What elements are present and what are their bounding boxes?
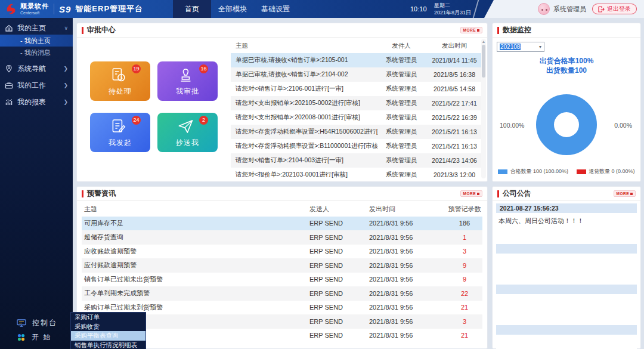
sidebar-subitem-我的主页[interactable]: - 我的主页 (0, 35, 73, 47)
approval-time: 2021/6/5 14:58 (425, 85, 484, 92)
logout-button[interactable]: 退出登录 (592, 4, 637, 14)
approval-subject: 请您对<存货浮动耗损率设置>:B11000001进行[审核] (231, 142, 377, 150)
more-label: MORE (463, 28, 476, 32)
ship-qty: 出货数量100 (493, 66, 640, 75)
approval-time: 2021/5/21 16:13 (425, 128, 484, 135)
period-select[interactable]: 202108 ▾ (497, 42, 544, 52)
scrollbar[interactable]: ▲ (481, 39, 486, 178)
chevron-down-icon: ∨ (64, 25, 68, 31)
product-title: 智能ERP管理平台 (75, 4, 143, 14)
approval-row[interactable]: 请您对<销售订单>:2106-001进行[一审]系统管理员2021/6/5 14… (231, 82, 484, 96)
start-icon (17, 333, 26, 342)
approval-sender: 系统管理员 (377, 142, 425, 150)
approval-row[interactable]: 请您对<支出报销单>:202105-0002进行[审核]系统管理员2021/5/… (231, 96, 484, 110)
announcement-date (496, 244, 637, 254)
alert-row[interactable]: 超储存货查询ERP SEND2021/8/31 9:561 (82, 230, 482, 245)
approval-sender: 系统管理员 (377, 156, 425, 165)
more-label: MORE (463, 192, 476, 196)
approval-row[interactable]: 请您对<存货浮动耗损率设置>:B11000001进行[审核]系统管理员2021/… (231, 139, 484, 153)
alert-count: 21 (447, 304, 482, 311)
alert-row[interactable]: 工令单到期未完成预警ERP SEND2021/8/31 9:5622 (82, 286, 482, 301)
announcement-entry[interactable]: 2021-08-27 15:56:23本周六、周日公司活动！！！ (496, 203, 637, 239)
date-block: 星期二 2021年8月31日 (434, 2, 471, 16)
start-menu-item[interactable]: 采购收货 (71, 322, 145, 332)
more-icon (477, 193, 479, 195)
sidebar-footer-label: 控制台 (32, 318, 57, 328)
column-header: 发送人 (309, 205, 369, 214)
announcements-panel: 公司公告 MORE 2021-08-27 15:56:23本周六、周日公司活动！… (492, 186, 641, 349)
sidebar-item-我的主页[interactable]: 我的主页∨ (0, 21, 73, 35)
tile-我发起[interactable]: 我发起24 (90, 113, 150, 152)
sidebar-item-label: 我的报表 (17, 97, 63, 107)
more-button[interactable]: MORE (614, 190, 636, 197)
date: 2021年8月31日 (434, 9, 471, 16)
tile-待处理[interactable]: 待处理19 (90, 61, 150, 101)
alert-sender: ERP SEND (309, 220, 369, 227)
announcements-title: 公司公告 (503, 189, 614, 199)
briefcase-icon (5, 81, 13, 89)
approval-subject: 单据已审核,请接收<销售订单>:2104-002 (231, 70, 377, 79)
sidebar-item-系统导航[interactable]: 系统导航❯ (0, 62, 73, 75)
chart-legend: 合格数量 100 (100.00%)退货数量 0 (0.00%) (493, 168, 640, 175)
avatar[interactable] (538, 3, 550, 15)
alert-row[interactable]: 销售订单已过期未出货预警ERP SEND2021/8/31 9:569 (82, 273, 482, 287)
alert-sender: ERP SEND (309, 262, 369, 269)
approval-subject: 请您对<报价单>:202103-0001进行[审核] (231, 171, 377, 179)
alert-time: 2021/8/31 9:56 (369, 290, 447, 297)
alert-subject: 采购订单已过期未到货预警 (82, 303, 309, 312)
approval-row[interactable]: 请您对<存货浮动耗损率设置>:H54R15006002进行[审核]系统管理员20… (231, 125, 484, 139)
approval-row[interactable]: 单据已审核,请接收<销售订单>:2104-002系统管理员2021/8/5 16… (231, 67, 484, 82)
sidebar-footer-控制台[interactable]: 控制台 (0, 316, 73, 330)
tile-我审批[interactable]: 我审批16 (157, 61, 218, 101)
alert-sender: ERP SEND (309, 318, 369, 325)
donut-ring (534, 92, 599, 157)
alert-count: 21 (447, 332, 482, 339)
alert-row[interactable]: 可用库存不足ERP SEND2021/8/31 9:56186 (82, 217, 482, 231)
tile-count-badge: 2 (199, 116, 208, 125)
alerts-header: 预警资讯 MORE (77, 187, 487, 201)
data-monitor-header: 数据监控 (493, 23, 640, 38)
approval-row[interactable]: 请您对<销售订单>:2104-003进行[一审]系统管理员2021/4/23 1… (231, 153, 484, 168)
more-button[interactable]: MORE (460, 27, 483, 33)
announcement-date (496, 325, 637, 335)
approval-time: 2021/8/5 16:38 (425, 71, 484, 78)
nav-tab-首页[interactable]: 首页 (173, 0, 211, 18)
legend-item: 合格数量 100 (100.00%) (498, 168, 568, 175)
approval-row[interactable]: 请您对<支出报销单>:202008-0001进行[审核]系统管理员2021/5/… (231, 110, 484, 125)
sidebar-footer-开始[interactable]: 开 始 (0, 330, 73, 344)
column-header: 发件人 (377, 42, 425, 50)
more-icon (630, 193, 633, 195)
alert-row[interactable]: 应收账款逾期预警ERP SEND2021/8/31 9:563 (82, 245, 482, 259)
nav-tab-基础设置[interactable]: 基础设置 (254, 0, 297, 18)
sidebar-item-我的报表[interactable]: 我的报表❯ (0, 95, 73, 109)
company-name: 顺景软件 (20, 3, 49, 10)
sidebar-item-label: 系统导航 (17, 64, 63, 74)
approval-center-header: 审批中心 MORE (77, 23, 487, 38)
more-button[interactable]: MORE (460, 190, 483, 197)
tile-抄送我[interactable]: 抄送我2 (157, 113, 218, 152)
sidebar-subitem-我的消息[interactable]: - 我的消息 (0, 47, 73, 58)
sidebar-item-我的工作[interactable]: 我的工作❯ (0, 79, 73, 92)
alert-subject: 应收账款逾期预警 (82, 247, 309, 256)
red-bar (82, 190, 83, 197)
legend-label: 退货数量 0 (0.00%) (589, 168, 635, 175)
approval-row[interactable]: 请您对<报价单>:202103-0001进行[审核]系统管理员2021/3/3 … (231, 168, 484, 182)
start-menu-item[interactable]: 采购订单 (71, 313, 145, 322)
approval-center-panel: 审批中心 MORE 待处理19我审批16我发起24抄送我2 主题发件人发出时间单… (76, 23, 488, 182)
nav-tab-全部模块[interactable]: 全部模块 (211, 0, 254, 18)
alerts-table-header: 主题发送人发出时间预警记录数 (82, 202, 482, 217)
approval-row[interactable]: 单据已审核,请接收<销售订单>:2105-001系统管理员2021/8/14 1… (231, 53, 484, 67)
alert-row[interactable]: 应付账款逾期预警ERP SEND2021/8/31 9:569 (82, 258, 482, 273)
alert-count: 3 (447, 248, 482, 255)
home-icon (5, 24, 13, 32)
scroll-up-icon[interactable]: ▲ (481, 39, 486, 44)
start-menu-item[interactable]: 销售单执行情况明细表 (71, 341, 145, 349)
scrollbar-thumb[interactable] (482, 45, 485, 78)
start-menu-item[interactable]: 采购平衡表查询 (71, 331, 145, 341)
data-monitor-panel: 数据监控 202108 ▾ 出货合格率100% 出货数量100 100.00% … (492, 23, 641, 182)
red-bar (82, 27, 83, 34)
alert-subject: 可用库存不足 (82, 219, 309, 228)
tile-label: 抄送我 (157, 138, 218, 148)
clock-time: 10:10 (410, 0, 427, 18)
approval-table-header: 主题发件人发出时间 (231, 39, 484, 53)
